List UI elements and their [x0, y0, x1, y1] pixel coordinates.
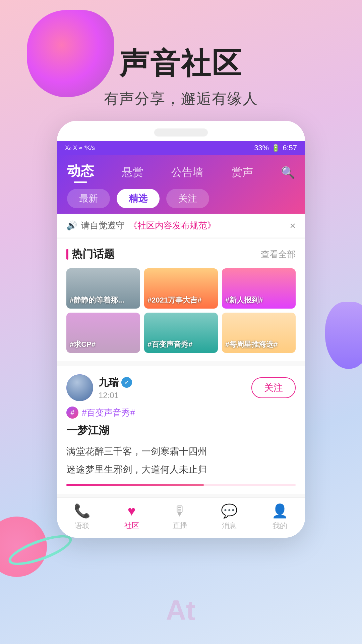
topic-item-6[interactable]: #每周星推海选# [222, 313, 296, 353]
tag-icon: # [66, 407, 78, 419]
status-bar: X₀ X ≈ ⁴K/s 33% 🔋 6:57 [57, 141, 305, 155]
topic-item-4[interactable]: #求CP# [66, 313, 140, 353]
post-header: 九瑞 ✓ 12:01 关注 [66, 374, 296, 401]
bottom-nav: 📞 语联 ♥ 社区 🎙 直播 💬 消息 👤 我的 [57, 497, 305, 538]
pill-guanzhu[interactable]: 关注 [166, 189, 209, 208]
tag-text: #百变声音秀# [82, 407, 135, 419]
post-content-line-1: 满堂花醉三千客，一剑寒霜十四州 [66, 443, 296, 460]
user-info: 九瑞 ✓ 12:01 [99, 376, 132, 400]
hot-topics-section: 热门话题 查看全部 #静静的等着那... #2021万事大吉# #新人报到# [57, 239, 305, 361]
post-card: 九瑞 ✓ 12:01 关注 # #百变声音秀# 一梦江湖 满堂花醉三千客，一剑寒… [57, 366, 305, 494]
post-user: 九瑞 ✓ 12:01 [66, 374, 132, 401]
phone-top-bar [57, 121, 305, 141]
topic-bg-2: #2021万事大吉# [144, 268, 218, 309]
at-watermark: At [166, 594, 195, 627]
signal-icons: X₀ X ≈ ⁴K/s [65, 144, 95, 152]
nav-item-yulian[interactable]: 📞 语联 [74, 503, 90, 531]
topic-bg-5: #百变声音秀# [144, 313, 218, 353]
tab-shangsheng[interactable]: 赏声 [232, 165, 253, 180]
topic-label-5: #百变声音秀# [147, 340, 192, 350]
topic-bg-1: #静静的等着那... [66, 268, 140, 309]
phone-mockup: X₀ X ≈ ⁴K/s 33% 🔋 6:57 动态 悬赏 公告墙 赏声 🔍 最新… [57, 121, 305, 538]
topic-item-1[interactable]: #静静的等着那... [66, 268, 140, 309]
pill-zuixin[interactable]: 最新 [67, 189, 110, 208]
user-name-row: 九瑞 ✓ [99, 376, 132, 389]
nav-tabs: 动态 悬赏 公告墙 赏声 🔍 [67, 162, 295, 183]
avatar-image [66, 374, 93, 401]
topic-item-3[interactable]: #新人报到# [222, 268, 296, 309]
topic-label-2: #2021万事大吉# [147, 296, 201, 305]
search-button[interactable]: 🔍 [281, 166, 295, 179]
notice-prefix: 请自觉遵守 [81, 220, 125, 231]
topic-bg-6: #每周星推海选# [222, 313, 296, 353]
hero-title: 声音社区 [0, 44, 362, 84]
xiaoxi-label: 消息 [222, 521, 237, 531]
view-all-button[interactable]: 查看全部 [261, 249, 296, 260]
nav-item-zhibo[interactable]: 🎙 直播 [173, 503, 187, 531]
post-content-line-2: 迷途梦里生邪剑，大道何人未止归 [66, 462, 296, 478]
phone-notch [154, 128, 208, 137]
notice-link[interactable]: 《社区内容发布规范》 [129, 220, 216, 231]
topic-item-2[interactable]: #2021万事大吉# [144, 268, 218, 309]
topic-label-6: #每周星推海选# [225, 340, 278, 350]
topic-label-1: #静静的等着那... [70, 296, 124, 305]
shequ-label: 社区 [124, 521, 139, 531]
post-title: 一梦江湖 [66, 423, 296, 438]
battery-icon: 🔋 [272, 144, 280, 152]
hero-section: 声音社区 有声分享，邂逅有缘人 [0, 44, 362, 109]
pill-jingxuan[interactable]: 精选 [117, 189, 160, 208]
nav-item-wode[interactable]: 👤 我的 [272, 503, 288, 531]
yulian-icon: 📞 [74, 503, 90, 519]
topic-grid: #静静的等着那... #2021万事大吉# #新人报到# #求CP# [66, 268, 296, 353]
topic-bg-3: #新人报到# [222, 268, 296, 309]
shequ-icon: ♥ [128, 503, 136, 519]
follow-button[interactable]: 关注 [251, 377, 296, 398]
notice-speaker-icon: 🔊 [66, 220, 77, 231]
topic-item-5[interactable]: #百变声音秀# [144, 313, 218, 353]
battery-text: 33% [254, 144, 269, 152]
blob-right [325, 302, 362, 369]
topic-label-4: #求CP# [70, 340, 96, 350]
section-title: 热门话题 [66, 247, 115, 262]
nav-item-shequ[interactable]: ♥ 社区 [124, 503, 139, 531]
tab-xueshang[interactable]: 悬赏 [122, 165, 143, 180]
wode-icon: 👤 [272, 503, 288, 519]
xiaoxi-icon: 💬 [221, 503, 238, 519]
verified-badge: ✓ [121, 377, 132, 388]
notice-close-icon[interactable]: × [290, 220, 296, 231]
wode-label: 我的 [273, 521, 287, 531]
tab-dongtai[interactable]: 动态 [67, 162, 94, 183]
post-time: 12:01 [99, 391, 132, 400]
avatar [66, 374, 93, 401]
notice-banner: 🔊 请自觉遵守 《社区内容发布规范》 × [57, 214, 305, 237]
topic-label-3: #新人报到# [225, 296, 263, 305]
notice-left: 🔊 请自觉遵守 《社区内容发布规范》 [66, 220, 216, 231]
audio-progress-fill [66, 484, 204, 486]
content-area: 🔊 请自觉遵守 《社区内容发布规范》 × 热门话题 查看全部 #静静的等着那..… [57, 214, 305, 497]
app-header: 动态 悬赏 公告墙 赏声 🔍 最新 精选 关注 [57, 155, 305, 214]
topic-bg-4: #求CP# [66, 313, 140, 353]
filter-pills: 最新 精选 关注 [67, 189, 295, 208]
user-name: 九瑞 [99, 376, 119, 389]
zhibo-label: 直播 [173, 521, 187, 531]
zhibo-icon: 🎙 [173, 503, 187, 519]
yulian-label: 语联 [75, 521, 89, 531]
nav-item-xiaoxi[interactable]: 💬 消息 [221, 503, 238, 531]
status-bar-right: 33% 🔋 6:57 [254, 144, 297, 152]
status-bar-left: X₀ X ≈ ⁴K/s [65, 144, 95, 152]
time-display: 6:57 [283, 144, 297, 152]
section-header: 热门话题 查看全部 [66, 247, 296, 262]
post-tag: # #百变声音秀# [66, 407, 296, 419]
hero-subtitle: 有声分享，邂逅有缘人 [0, 89, 362, 109]
tab-gonggaoqiang[interactable]: 公告墙 [171, 165, 203, 180]
post-content: 满堂花醉三千客，一剑寒霜十四州 迷途梦里生邪剑，大道何人未止归 [66, 443, 296, 477]
audio-progress-bar[interactable] [66, 484, 296, 486]
